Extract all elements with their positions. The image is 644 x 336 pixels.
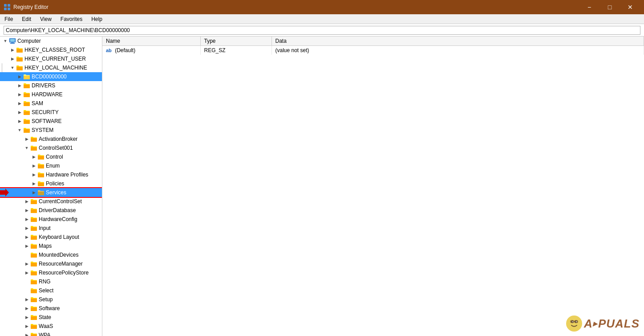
folder-icon-bcd00000000: [23, 74, 30, 80]
tree-item-software[interactable]: ▶ Software: [0, 304, 102, 313]
expand-bcd00000000[interactable]: ▶: [16, 72, 23, 81]
tree-item-activationbroker[interactable]: ▶ ActivationBroker: [0, 135, 102, 143]
folder-icon-resourcepolicystore: [30, 270, 37, 276]
tree-item-state[interactable]: ▶ State: [0, 313, 102, 322]
table-row-default[interactable]: ab (Default) REG_SZ (value not set): [102, 46, 644, 55]
folder-icon-driverdatabase: [30, 207, 37, 213]
expand-policies[interactable]: ▶: [30, 179, 37, 188]
tree-item-bcd00000000[interactable]: ▶ BCD00000000: [0, 72, 102, 81]
folder-icon-activationbroker: [30, 136, 37, 142]
svg-rect-0: [4, 4, 7, 7]
expand-hkey-classes-root[interactable]: ▶: [9, 45, 16, 54]
expand-services[interactable]: ▶: [30, 188, 37, 197]
maximize-button[interactable]: □: [599, 0, 620, 14]
tree-item-select[interactable]: ▶ Select: [0, 286, 102, 295]
tree-item-wpa[interactable]: ▶ WPA: [0, 331, 102, 336]
expand-hardware[interactable]: ▶: [16, 90, 23, 99]
svg-point-13: [576, 321, 577, 322]
tree-label-computer: Computer: [17, 38, 41, 44]
expand-hardware-profiles[interactable]: ▶: [30, 170, 37, 179]
expand-security[interactable]: ▶: [16, 108, 23, 117]
tree-item-hkey-current-user[interactable]: ▶ HKEY_CURRENT_USER: [0, 54, 102, 63]
tree-panel[interactable]: ▼ Computer ▶ HKEY_CLASSES_ROOT: [0, 37, 102, 336]
menu-edit[interactable]: Edit: [17, 14, 36, 24]
tree-item-waas[interactable]: ▶ WaaS: [0, 322, 102, 331]
expand-sam[interactable]: ▶: [16, 99, 23, 108]
folder-icon-controlset001: [30, 145, 37, 151]
menu-file[interactable]: File: [0, 14, 17, 24]
menu-view[interactable]: View: [36, 14, 56, 24]
expand-enum[interactable]: ▶: [30, 161, 37, 170]
tree-label-rng: RNG: [39, 279, 51, 285]
tree-item-keyboard-layout[interactable]: ▶ Keyboard Layout: [0, 233, 102, 242]
tree-item-enum[interactable]: ▶ Enum: [0, 161, 102, 170]
menu-favorites[interactable]: Favorites: [56, 14, 87, 24]
svg-point-9: [568, 318, 580, 329]
tree-item-mounteddevices[interactable]: ▶ MountedDevices: [0, 250, 102, 259]
tree-item-policies[interactable]: ▶ Policies: [0, 179, 102, 188]
reg-type-default: REG_SZ: [200, 46, 271, 55]
tree-item-control[interactable]: ▶ Control: [0, 152, 102, 161]
expand-controlset001[interactable]: ▼: [23, 143, 30, 152]
tree-item-resourcepolicystore[interactable]: ▶ ResourcePolicyStore: [0, 268, 102, 277]
expand-software[interactable]: ▶: [23, 304, 30, 313]
title-bar: Registry Editor − □ ✕: [0, 0, 644, 14]
tree-item-drivers[interactable]: ▶ DRIVERS: [0, 81, 102, 90]
expand-hardwareconfig[interactable]: ▶: [23, 215, 30, 224]
expand-control[interactable]: ▶: [30, 152, 37, 161]
tree-item-input[interactable]: ▶ Input: [0, 224, 102, 233]
menu-bar: File Edit View Favorites Help: [0, 14, 644, 24]
menu-help[interactable]: Help: [87, 14, 107, 24]
tree-item-hkey-local-machine[interactable]: ▼ HKEY_LOCAL_MACHINE: [0, 63, 102, 72]
expand-keyboard-layout[interactable]: ▶: [23, 233, 30, 242]
expand-maps[interactable]: ▶: [23, 242, 30, 250]
tree-label-system: SYSTEM: [32, 127, 53, 133]
tree-item-hardware[interactable]: ▶ HARDWARE: [0, 90, 102, 99]
main-content: ▼ Computer ▶ HKEY_CLASSES_ROOT: [0, 37, 644, 336]
tree-item-software-root[interactable]: ▶ SOFTWARE: [0, 117, 102, 126]
expand-input[interactable]: ▶: [23, 224, 30, 233]
watermark-text: A▶PUALS: [584, 317, 640, 331]
tree-item-controlset001[interactable]: ▼ ControlSet001: [0, 143, 102, 152]
tree-item-driverdatabase[interactable]: ▶ DriverDatabase: [0, 206, 102, 215]
expand-resourcemanager[interactable]: ▶: [23, 259, 30, 268]
expand-hkey-local-machine[interactable]: ▼: [9, 63, 16, 72]
tree-item-security[interactable]: ▶ SECURITY: [0, 108, 102, 117]
tree-label-currentcontrolset: CurrentControlSet: [39, 198, 82, 205]
tree-label-resourcepolicystore: ResourcePolicyStore: [39, 270, 89, 276]
expand-system[interactable]: ▼: [16, 126, 23, 135]
expand-drivers[interactable]: ▶: [16, 81, 23, 90]
tree-label-hardware: HARDWARE: [32, 91, 63, 98]
expand-currentcontrolset[interactable]: ▶: [23, 197, 30, 206]
tree-item-sam[interactable]: ▶ SAM: [0, 99, 102, 108]
tree-item-services[interactable]: ▶ Services: [0, 188, 102, 197]
tree-item-resourcemanager[interactable]: ▶ ResourceManager: [0, 259, 102, 268]
close-button[interactable]: ✕: [620, 0, 640, 14]
tree-item-currentcontrolset[interactable]: ▶ CurrentControlSet: [0, 197, 102, 206]
tree-item-rng[interactable]: ▶ RNG: [0, 277, 102, 286]
tree-item-system[interactable]: ▼ SYSTEM: [0, 126, 102, 135]
tree-item-hkey-classes-root[interactable]: ▶ HKEY_CLASSES_ROOT: [0, 45, 102, 54]
tree-item-hardware-profiles[interactable]: ▶ Hardware Profiles: [0, 170, 102, 179]
svg-rect-1: [8, 4, 10, 7]
expand-software-root[interactable]: ▶: [16, 117, 23, 126]
expand-hkey-current-user[interactable]: ▶: [9, 54, 16, 63]
expand-driverdatabase[interactable]: ▶: [23, 206, 30, 215]
tree-item-maps[interactable]: ▶ Maps: [0, 242, 102, 250]
expand-activationbroker[interactable]: ▶: [23, 135, 30, 143]
tree-label-mounteddevices: MountedDevices: [39, 252, 78, 258]
tree-item-hardwareconfig[interactable]: ▶ HardwareConfig: [0, 215, 102, 224]
reg-data-default: (value not set): [271, 46, 644, 55]
tree-item-setup[interactable]: ▶ Setup: [0, 295, 102, 304]
expand-setup[interactable]: ▶: [23, 295, 30, 304]
expand-resourcepolicystore[interactable]: ▶: [23, 268, 30, 277]
expand-waas[interactable]: ▶: [23, 322, 30, 331]
address-input[interactable]: [4, 26, 640, 35]
expand-state[interactable]: ▶: [23, 313, 30, 322]
expand-wpa[interactable]: ▶: [23, 331, 30, 336]
tree-item-computer[interactable]: ▼ Computer: [0, 37, 102, 45]
folder-icon-select: [30, 287, 37, 294]
tree-label-control: Control: [46, 154, 63, 160]
minimize-button[interactable]: −: [579, 0, 599, 14]
expand-computer[interactable]: ▼: [2, 37, 9, 45]
